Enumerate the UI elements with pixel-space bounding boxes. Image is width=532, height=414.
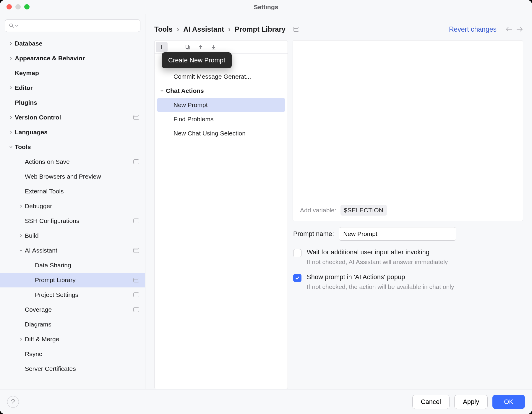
chevron-down-icon[interactable] [158,89,166,93]
chevron-down-icon[interactable] [17,249,25,252]
sidebar-item[interactable]: Actions on Save [0,154,145,169]
breadcrumb-row: Tools › AI Assistant › Prompt Library Re… [154,21,523,37]
sidebar-item-label: Version Control [15,114,133,121]
scope-badge-icon [133,278,139,282]
move-down-button[interactable] [208,42,220,52]
wait-checkbox[interactable] [293,249,301,257]
prompt-toolbar [155,41,288,54]
minus-icon [172,44,178,50]
sidebar-item[interactable]: Server Certificates [0,361,145,376]
sidebar-item[interactable]: Database [0,36,145,51]
sidebar-item[interactable]: Debugger [0,199,145,214]
search-box[interactable] [5,20,140,32]
prompt-text-area[interactable]: Add variable: $SELECTION [293,40,523,221]
apply-button[interactable]: Apply [454,395,488,409]
scope-badge-icon [133,115,139,120]
sidebar-item[interactable]: Project Settings [0,287,145,302]
show-checkbox[interactable] [293,274,301,282]
prompt-item[interactable]: New Chat Using Selection [155,126,288,140]
chevron-down-icon [15,24,18,27]
forward-icon[interactable] [516,27,523,32]
sidebar-item[interactable]: Prompt Library [0,273,145,287]
search-input[interactable] [19,22,137,30]
sidebar-item-label: Keymap [15,69,139,77]
prompt-item[interactable]: Commit Message Generat... [155,69,288,84]
breadcrumb-separator: › [177,25,179,33]
chevron-right-icon[interactable] [7,130,15,134]
breadcrumb-item[interactable]: Tools [154,25,173,33]
remove-prompt-button[interactable] [169,42,181,52]
wait-checkbox-label: Wait for additional user input after inv… [307,248,448,256]
variable-chip[interactable]: $SELECTION [340,205,387,216]
sidebar-item[interactable]: Coverage [0,302,145,317]
revert-changes-button[interactable]: Revert changes [447,25,498,34]
prompt-item-label: New Prompt [173,101,208,109]
prompt-item[interactable]: Find Problems [155,112,288,126]
arrow-down-icon [211,44,217,50]
sidebar-item[interactable]: Rsync [0,347,145,361]
window-title: Settings [254,4,278,11]
sidebar-item[interactable]: Keymap [0,66,145,80]
arrow-up-icon [198,44,204,50]
plus-icon [159,44,165,50]
prompt-item[interactable]: New Prompt [157,98,285,112]
prompt-item-label: New Chat Using Selection [173,130,246,137]
sidebar-item-label: AI Assistant [25,247,133,254]
prompt-name-row: Prompt name: [293,227,523,241]
sidebar-item-label: Diff & Merge [25,336,139,343]
prompt-item-label: Chat Actions [166,87,204,94]
maximize-window-button[interactable] [24,4,30,9]
wait-checkbox-row: Wait for additional user input after inv… [293,248,523,266]
chevron-right-icon[interactable] [7,56,15,60]
move-up-button[interactable] [195,42,207,52]
sidebar-item[interactable]: Web Browsers and Preview [0,169,145,184]
sidebar-item[interactable]: Diff & Merge [0,332,145,347]
sidebar-item[interactable]: Editor [0,80,145,95]
chevron-right-icon[interactable] [17,337,25,341]
sidebar-item[interactable]: External Tools [0,184,145,199]
ok-button[interactable]: OK [492,395,525,409]
breadcrumb-item[interactable]: AI Assistant [183,25,224,33]
prompt-name-input[interactable] [339,227,456,241]
prompt-name-label: Prompt name: [293,230,334,238]
settings-tree: DatabaseAppearance & BehaviorKeymapEdito… [0,36,145,389]
breadcrumb-item: Prompt Library [235,25,286,33]
sidebar-item[interactable]: Tools [0,140,145,154]
cancel-button[interactable]: Cancel [412,395,450,409]
close-window-button[interactable] [7,4,12,9]
dialog-footer: ? Cancel Apply OK [0,389,532,414]
sidebar-item[interactable]: Build [0,228,145,243]
minimize-window-button[interactable] [15,4,21,9]
sidebar-item-label: Plugins [15,99,139,106]
copy-prompt-button[interactable] [182,42,194,52]
sidebar-item[interactable]: AI Assistant [0,243,145,258]
scope-badge-icon [133,307,139,312]
scope-badge-icon [133,292,139,297]
sidebar-item[interactable]: Plugins [0,95,145,110]
chevron-right-icon[interactable] [7,116,15,119]
sidebar-item[interactable]: Appearance & Behavior [0,51,145,66]
add-variable-label: Add variable: [300,207,336,214]
chevron-right-icon[interactable] [17,234,25,237]
breadcrumb: Tools › AI Assistant › Prompt Library [154,25,299,33]
svg-rect-2 [186,45,189,48]
chevron-right-icon[interactable] [7,42,15,45]
sidebar-item[interactable]: Version Control [0,110,145,125]
chevron-right-icon[interactable] [7,86,15,90]
sidebar-item[interactable]: SSH Configurations [0,214,145,228]
sidebar-item[interactable]: Data Sharing [0,258,145,273]
sidebar-item-label: Rsync [25,350,139,358]
prompt-group[interactable]: Chat Actions [155,84,288,98]
add-prompt-button[interactable] [156,42,168,52]
help-button[interactable]: ? [7,396,19,408]
chevron-down-icon[interactable] [7,145,15,149]
breadcrumb-separator: › [228,25,231,33]
traffic-lights [7,4,30,9]
sidebar-item-label: Tools [15,143,139,151]
sidebar-item[interactable]: Languages [0,125,145,140]
back-icon[interactable] [505,27,512,32]
wait-checkbox-sub: If not checked, AI Assistant will answer… [307,258,448,266]
help-icon: ? [11,398,15,406]
sidebar-item[interactable]: Diagrams [0,317,145,332]
chevron-right-icon[interactable] [17,204,25,208]
